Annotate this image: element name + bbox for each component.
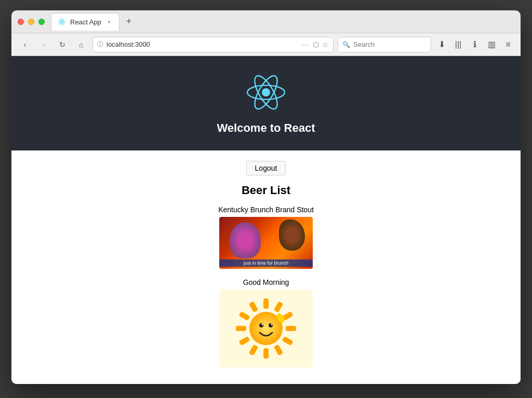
beer-item-1: Kentucky Brunch Brand Stout just in time… <box>218 205 314 269</box>
library-icon[interactable]: ||| <box>452 38 464 51</box>
good-morning-image <box>219 290 313 367</box>
nav-extra-icons: ⬇ ||| ℹ ▥ ≡ <box>435 38 514 51</box>
sidebar-icon[interactable]: ▥ <box>485 38 498 51</box>
svg-point-0 <box>61 21 62 22</box>
logout-button[interactable]: Logout <box>246 161 286 175</box>
react-logo <box>245 72 287 113</box>
app-window: Welcome to React Logout Beer List Kentuc… <box>11 56 521 384</box>
active-tab[interactable]: React App × <box>51 13 119 31</box>
bookmark-icon[interactable]: ☆ <box>322 40 329 49</box>
beer-caption-1: just in time for brunch <box>219 259 313 267</box>
svg-rect-8 <box>263 298 269 309</box>
address-bar-container[interactable]: ⓘ ··· ⬡ ☆ <box>92 37 334 52</box>
search-input[interactable] <box>353 40 427 48</box>
beer-name-1: Kentucky Brunch Brand Stout <box>218 205 314 214</box>
reload-button[interactable]: ↻ <box>55 37 70 52</box>
svg-rect-14 <box>263 348 269 359</box>
svg-rect-17 <box>236 326 246 331</box>
titlebar: React App × + <box>11 10 521 33</box>
svg-rect-19 <box>249 301 259 312</box>
address-lock-icon: ⓘ <box>97 40 103 49</box>
traffic-lights <box>18 19 45 25</box>
pocket-icon[interactable]: ⬡ <box>313 40 319 49</box>
address-icons: ⬡ ☆ <box>313 40 329 49</box>
app-body: Logout Beer List Kentucky Brunch Brand S… <box>11 150 521 384</box>
menu-icon[interactable]: ≡ <box>502 38 514 51</box>
maximize-button[interactable] <box>38 19 45 25</box>
svg-point-24 <box>271 324 273 325</box>
search-bar-container[interactable]: 🔍 <box>338 37 431 52</box>
svg-point-4 <box>262 88 270 97</box>
svg-rect-12 <box>282 336 293 346</box>
search-icon: 🔍 <box>342 41 350 48</box>
sun-rays-svg <box>235 297 297 360</box>
tab-close-button[interactable]: × <box>105 18 113 25</box>
svg-point-23 <box>262 324 263 325</box>
app-title: Welcome to React <box>217 121 315 135</box>
tab-title: React App <box>70 18 101 26</box>
svg-rect-9 <box>274 301 284 312</box>
svg-rect-15 <box>249 344 259 355</box>
navbar: ‹ › ↻ ⌂ ⓘ ··· ⬡ ☆ 🔍 ⬇ ||| ℹ ▥ ≡ <box>11 33 521 56</box>
beer-img-1-bg: just in time for brunch <box>219 217 313 269</box>
address-input[interactable] <box>107 40 299 48</box>
svg-rect-18 <box>238 311 250 321</box>
kentucky-brunch-image: just in time for brunch <box>219 217 313 269</box>
sun-graphic <box>235 297 297 360</box>
about-icon[interactable]: ℹ <box>469 38 481 51</box>
close-button[interactable] <box>18 19 24 25</box>
svg-rect-16 <box>238 336 250 346</box>
forward-button[interactable]: › <box>36 37 51 52</box>
back-button[interactable]: ‹ <box>18 37 32 52</box>
downloads-icon[interactable]: ⬇ <box>435 38 448 51</box>
beer-item-2: Good Morning <box>219 275 313 367</box>
svg-rect-13 <box>274 344 284 355</box>
home-button[interactable]: ⌂ <box>74 37 88 52</box>
tab-bar: React App × + <box>51 13 514 31</box>
beer-list-title: Beer List <box>242 184 290 197</box>
tab-favicon <box>58 18 66 26</box>
browser-window: React App × + ‹ › ↻ ⌂ ⓘ ··· ⬡ ☆ 🔍 ⬇ ||| <box>11 10 521 384</box>
new-tab-button[interactable]: + <box>122 15 136 29</box>
address-dots[interactable]: ··· <box>302 40 310 49</box>
minimize-button[interactable] <box>28 19 34 25</box>
beer-name-2: Good Morning <box>243 278 289 286</box>
svg-rect-11 <box>286 326 296 331</box>
app-header: Welcome to React <box>11 56 521 150</box>
